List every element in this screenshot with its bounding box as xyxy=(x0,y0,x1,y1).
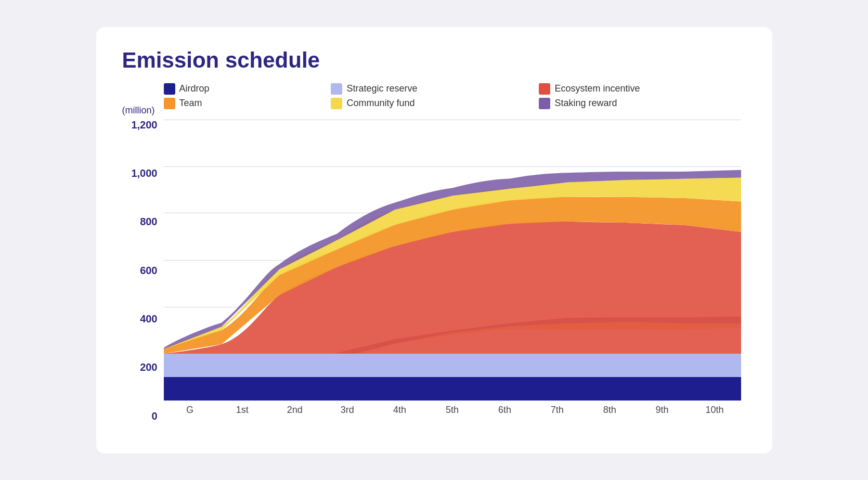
y-label-200: 200 xyxy=(140,362,157,372)
emission-schedule-card: Emission schedule Airdrop Strategic rese… xyxy=(96,27,772,453)
x-label-3rd: 3rd xyxy=(321,405,373,416)
strategic-reserve-color xyxy=(331,83,342,95)
legend-item-staking-reward: Staking reward xyxy=(539,98,741,109)
legend-item-team: Team xyxy=(164,98,310,109)
x-label-5th: 5th xyxy=(426,405,478,416)
emission-chart: /* computed outside */ xyxy=(164,120,741,400)
y-label-1200: 1,200 xyxy=(131,120,157,130)
ecosystem-incentive-label: Ecosystem incentive xyxy=(554,83,640,94)
x-label-8th: 8th xyxy=(584,405,636,416)
x-label-2nd: 2nd xyxy=(268,405,321,416)
x-axis: G 1st 2nd 3rd 4th 5th 6th 7th 8th 9th 10… xyxy=(164,400,741,421)
x-label-10th: 10th xyxy=(689,405,741,416)
y-label-600: 600 xyxy=(140,265,157,276)
x-label-g: G xyxy=(164,405,216,416)
x-label-1st: 1st xyxy=(216,405,268,416)
airdrop-label: Airdrop xyxy=(179,83,210,94)
team-label: Team xyxy=(179,98,202,109)
legend-item-ecosystem-incentive: Ecosystem incentive xyxy=(539,83,741,95)
team-color xyxy=(164,98,175,109)
y-unit-label: (million) xyxy=(122,105,164,116)
chart-area: (million) 0 200 400 600 800 1,000 1,200 xyxy=(122,120,741,421)
y-label-400: 400 xyxy=(140,314,157,324)
legend-item-strategic-reserve: Strategic reserve xyxy=(331,83,518,95)
community-fund-label: Community fund xyxy=(346,98,414,109)
airdrop-area xyxy=(164,377,741,400)
community-fund-color xyxy=(331,98,342,109)
x-label-9th: 9th xyxy=(636,405,689,416)
ecosystem-incentive-color xyxy=(539,83,550,95)
x-label-4th: 4th xyxy=(373,405,426,416)
strategic-reserve-label: Strategic reserve xyxy=(346,83,417,94)
airdrop-color xyxy=(164,83,175,95)
legend-item-airdrop: Airdrop xyxy=(164,83,310,95)
staking-reward-color xyxy=(539,98,550,109)
x-label-7th: 7th xyxy=(531,405,584,416)
ecosystem-incentive-area xyxy=(164,221,741,353)
page-title: Emission schedule xyxy=(122,48,741,73)
legend-item-community-fund: Community fund xyxy=(331,98,518,109)
strategic-reserve-area xyxy=(164,354,741,377)
y-axis: (million) 0 200 400 600 800 1,000 1,200 xyxy=(122,120,164,421)
x-label-6th: 6th xyxy=(478,405,531,416)
y-label-0: 0 xyxy=(151,411,157,421)
chart-legend: Airdrop Strategic reserve Ecosystem ince… xyxy=(164,83,741,109)
y-label-1000: 1,000 xyxy=(131,168,157,178)
chart-plot: /* computed outside */ xyxy=(164,120,741,421)
staking-reward-label: Staking reward xyxy=(554,98,617,109)
y-label-800: 800 xyxy=(140,216,157,227)
